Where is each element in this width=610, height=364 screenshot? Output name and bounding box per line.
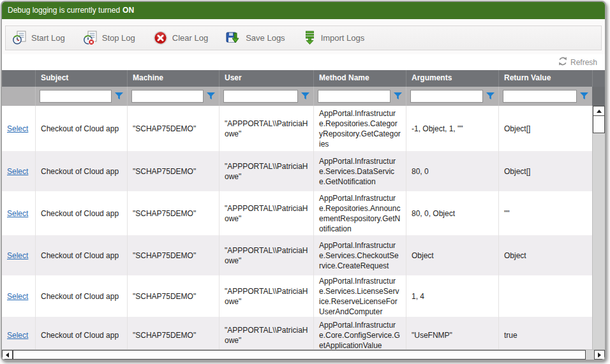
machine-cell: "SCHAP75DEMO" xyxy=(127,191,219,235)
header-method-name[interactable]: Method Name xyxy=(313,70,406,87)
method-name-cell: AppPortal.Infrastructure.Repositories.Ca… xyxy=(313,106,406,151)
subject-cell: Checkout of Cloud app xyxy=(35,191,127,235)
scroll-left-button[interactable] xyxy=(2,350,13,360)
user-cell: "APPPORTAL\\PatriciaHowe" xyxy=(219,191,313,235)
user-cell: "APPPORTAL\\PatriciaHowe" xyxy=(219,275,313,317)
return-value-cell: Object[] xyxy=(498,151,592,191)
filter-input-subject[interactable] xyxy=(40,90,112,103)
scroll-up-button[interactable] xyxy=(593,106,605,116)
method-name-cell: AppPortal.Infrastructure.Services.DataSe… xyxy=(313,151,406,191)
filter-icon-user[interactable] xyxy=(301,92,309,100)
grid-header-row: Subject Machine User Method Name Argumen… xyxy=(2,70,605,87)
filter-icon-return-value[interactable] xyxy=(580,92,588,100)
header-return-value[interactable]: Return Value xyxy=(498,70,592,87)
table-row: Select Checkout of Cloud app "SCHAP75DEM… xyxy=(2,317,605,349)
grid-rows-viewport: Select Checkout of Cloud app "SCHAP75DEM… xyxy=(2,106,605,349)
log-toolbar: Start Log xyxy=(5,25,602,50)
method-name-cell: AppPortal.Infrastructure.Services.Licens… xyxy=(313,275,406,317)
table-row: Select Checkout of Cloud app "SCHAP75DEM… xyxy=(2,235,605,275)
save-logs-button[interactable]: Save Logs xyxy=(226,31,285,45)
filter-cell-method-name xyxy=(313,87,406,106)
vertical-scrollbar-thumb[interactable] xyxy=(593,116,605,133)
select-link[interactable]: Select xyxy=(7,291,28,302)
right-arrow-icon xyxy=(598,353,601,358)
start-log-button[interactable]: Start Log xyxy=(12,31,65,45)
vertical-scrollbar[interactable] xyxy=(592,106,605,349)
refresh-label[interactable]: Refresh xyxy=(570,58,597,67)
stop-log-icon xyxy=(83,31,98,45)
select-link[interactable]: Select xyxy=(7,124,28,134)
arguments-cell: "UseFNMP" xyxy=(406,317,498,349)
horizontal-scrollbar-thumb[interactable] xyxy=(13,350,586,360)
return-value-cell: "" xyxy=(498,191,592,235)
header-subject[interactable]: Subject xyxy=(35,70,127,87)
row-select-cell: Select xyxy=(2,106,35,151)
subject-cell: Checkout of Cloud app xyxy=(35,275,127,317)
scroll-right-button[interactable] xyxy=(594,350,605,360)
header-select xyxy=(2,70,35,87)
return-value-cell: true xyxy=(498,317,592,349)
import-logs-button[interactable]: Import Logs xyxy=(303,31,365,45)
select-link[interactable]: Select xyxy=(7,166,28,177)
filter-cell-select xyxy=(2,87,35,106)
import-logs-icon xyxy=(303,31,316,45)
header-user[interactable]: User xyxy=(219,70,313,87)
filter-input-user[interactable] xyxy=(223,90,298,103)
debug-status-banner: Debug logging is currently turnedON xyxy=(2,2,605,19)
stop-log-button[interactable]: Stop Log xyxy=(83,31,135,45)
refresh-icon[interactable] xyxy=(558,57,567,68)
log-grid: Subject Machine User Method Name Argumen… xyxy=(2,70,605,360)
filter-icon-arguments[interactable] xyxy=(486,92,495,100)
horizontal-scrollbar[interactable] xyxy=(2,349,605,360)
table-row: Select Checkout of Cloud app "SCHAP75DEM… xyxy=(2,151,605,191)
debug-log-window: Debug logging is currently turnedON xyxy=(1,1,606,361)
filter-input-method-name[interactable] xyxy=(318,90,391,103)
header-arguments[interactable]: Arguments xyxy=(406,70,498,87)
save-logs-label: Save Logs xyxy=(246,33,285,43)
return-value-cell xyxy=(498,275,592,317)
clear-log-button[interactable]: Clear Log xyxy=(153,31,208,45)
filter-cell-arguments xyxy=(406,87,498,106)
filter-icon-machine[interactable] xyxy=(207,92,215,100)
table-row: Select Checkout of Cloud app "SCHAP75DEM… xyxy=(2,191,605,235)
filter-cell-subject xyxy=(35,87,127,106)
filter-icon-method-name[interactable] xyxy=(394,92,402,100)
subject-cell: Checkout of Cloud app xyxy=(35,235,127,275)
filter-input-return-value[interactable] xyxy=(503,90,577,103)
arguments-cell: Object xyxy=(406,235,498,275)
start-log-icon xyxy=(12,31,27,45)
filter-icon-subject[interactable] xyxy=(115,92,123,100)
row-select-cell: Select xyxy=(2,317,35,349)
user-cell: "APPPORTAL\\PatriciaHowe" xyxy=(219,106,313,151)
subject-cell: Checkout of Cloud app xyxy=(35,106,127,151)
table-row: Select Checkout of Cloud app "SCHAP75DEM… xyxy=(2,106,605,151)
subject-cell: Checkout of Cloud app xyxy=(35,317,127,349)
filter-cell-machine xyxy=(127,87,219,106)
machine-cell: "SCHAP75DEMO" xyxy=(127,235,219,275)
return-value-cell: Object[] xyxy=(498,106,592,151)
filter-input-arguments[interactable] xyxy=(410,90,483,103)
user-cell: "APPPORTAL\\PatriciaHowe" xyxy=(219,151,313,191)
toolbar-zone: Start Log xyxy=(2,19,605,54)
filter-input-machine[interactable] xyxy=(131,90,204,103)
banner-status: ON xyxy=(123,6,134,15)
select-link[interactable]: Select xyxy=(7,251,28,261)
header-scrollbar-spacer xyxy=(592,70,605,87)
grid-filter-row xyxy=(2,87,605,106)
row-select-cell: Select xyxy=(2,191,35,235)
arguments-cell: 80, 0, Object xyxy=(406,191,498,235)
select-link[interactable]: Select xyxy=(7,330,28,340)
select-link[interactable]: Select xyxy=(7,208,28,219)
row-select-cell: Select xyxy=(2,235,35,275)
machine-cell: "SCHAP75DEMO" xyxy=(127,275,219,317)
clear-log-icon xyxy=(153,31,168,45)
header-machine[interactable]: Machine xyxy=(127,70,219,87)
row-select-cell: Select xyxy=(2,151,35,191)
save-logs-icon xyxy=(226,31,241,45)
filter-cell-return-value xyxy=(498,87,592,106)
filter-cell-user xyxy=(219,87,313,106)
horizontal-scrollbar-track[interactable] xyxy=(13,350,594,360)
start-log-label: Start Log xyxy=(31,33,65,43)
machine-cell: "SCHAP75DEMO" xyxy=(127,151,219,191)
clear-log-label: Clear Log xyxy=(172,33,208,43)
